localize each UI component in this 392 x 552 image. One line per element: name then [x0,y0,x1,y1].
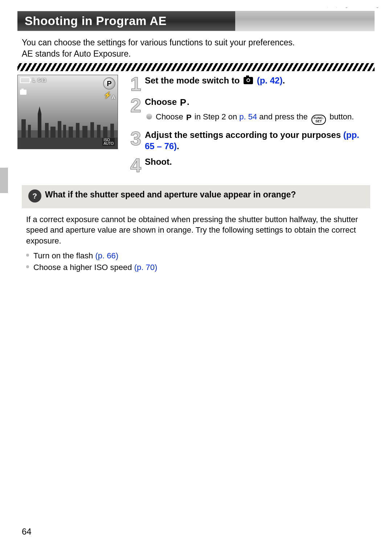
step-1: 1 Set the mode switch to (p. 42). [127,75,371,92]
step-4: 4 Shoot. [127,156,371,173]
svg-rect-7 [63,125,66,138]
svg-rect-6 [58,121,61,138]
svg-rect-13 [103,127,107,138]
flash-indicator: ⚡A [103,91,115,100]
step-heading: Shoot. [145,156,371,167]
question-icon: ? [28,189,41,203]
section-title: Shooting in Program AE [17,11,235,31]
hatched-divider [17,63,375,71]
svg-rect-0 [18,136,118,149]
svg-rect-2 [21,119,26,138]
svg-rect-3 [28,125,31,138]
lcd-left-icons [20,90,26,95]
svg-text:?: ? [33,192,37,200]
page-link[interactable]: (p. 42) [257,75,283,85]
step-number: 3 [127,129,145,152]
page-link[interactable]: (p. 70) [134,263,158,272]
tip-list-item: Turn on the flash (p. 66) [26,250,370,262]
lcd-top-right: P ⚡A [103,77,115,100]
quality-indicator: L [32,77,36,83]
step-heading: Adjust the settings according to your pu… [145,129,371,152]
content-row: L 643 P ⚡A ISO AUTO 1 [17,75,375,178]
chapter-tab [0,168,8,193]
step-number: 4 [127,156,145,173]
page-link[interactable]: (p. 66) [95,251,118,260]
tip-paragraph: If a correct exposure cannot be obtained… [26,214,370,246]
battery-icon [20,77,30,83]
bullet-icon [26,254,29,257]
section-title-bar: Shooting in Program AE [17,11,375,31]
step-2: 2 Choose P. Choose P in Step 2 on p. 54 … [127,96,371,125]
svg-rect-8 [69,127,73,138]
intro-paragraph: You can choose the settings for various … [22,37,370,60]
steps-list: 1 Set the mode switch to (p. 42). 2 Choo… [127,75,375,178]
tip-heading: What if the shutter speed and aperture v… [45,189,296,203]
intro-line-1: You can choose the settings for various … [22,38,295,47]
camera-lcd-preview: L 643 P ⚡A ISO AUTO [17,75,118,149]
camera-icon [244,77,253,84]
step-sub: Choose P in Step 2 on p. 54 and press th… [146,112,371,125]
bullet-icon [26,265,29,268]
manual-page: Shooting in Program AE You can choose th… [0,0,392,552]
skyline-illustration [18,105,118,149]
step-heading: Set the mode switch to (p. 42). [145,75,371,86]
svg-rect-5 [50,127,56,138]
shots-remaining: 643 [38,77,46,83]
shooting-mode-icon [20,90,26,95]
page-number: 64 [22,527,32,537]
svg-rect-11 [90,122,94,138]
step-number: 1 [127,75,145,92]
svg-rect-10 [82,126,87,138]
p-mode-icon: P [180,97,186,109]
page-link[interactable]: p. 54 [239,112,257,121]
svg-rect-14 [110,124,114,138]
lcd-top-left: L 643 [20,77,46,83]
p-mode-icon: P [186,113,192,123]
tip-list-item: Choose a higher ISO speed (p. 70) [26,262,370,273]
step-3: 3 Adjust the settings according to your … [127,129,371,152]
intro-line-2: AE stands for Auto Exposure. [22,49,131,58]
svg-rect-12 [97,125,101,138]
bullet-icon [146,114,152,119]
step-number: 2 [127,96,145,125]
tip-callout: ? What if the shutter speed and aperture… [22,185,370,208]
tip-list: Turn on the flash (p. 66) Choose a highe… [26,250,370,273]
step-heading: Choose P. [145,96,371,109]
mode-badge-icon: P [103,77,115,90]
func-set-button-icon: FUNC.SET [311,115,326,125]
svg-rect-9 [76,123,79,138]
svg-rect-4 [45,123,49,138]
svg-rect-1 [18,130,118,138]
